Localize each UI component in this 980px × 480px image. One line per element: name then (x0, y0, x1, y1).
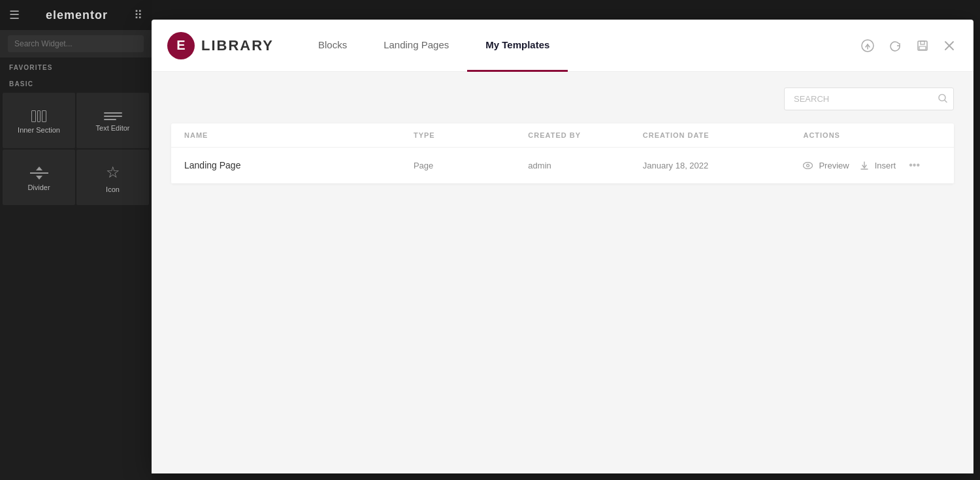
elementor-logo: elementor (46, 8, 108, 22)
preview-button[interactable]: Preview (803, 161, 849, 170)
insert-icon (860, 161, 869, 170)
header-actions (858, 37, 958, 55)
more-options-button[interactable]: ••• (906, 158, 923, 172)
grid-icon[interactable]: ⠿ (134, 8, 142, 22)
library-logo: E LIBRARY (167, 32, 274, 59)
text-editor-icon (104, 112, 122, 120)
inner-section-label: Inner Section (18, 126, 60, 134)
icon-star-icon: ☆ (106, 165, 120, 182)
row-creation-date: January 18, 2022 (643, 161, 804, 170)
preview-icon (803, 162, 813, 169)
favorites-label: FAVORITES (0, 57, 152, 74)
insert-button[interactable]: Insert (860, 161, 896, 170)
logo-circle: E (167, 32, 195, 59)
widget-text-editor[interactable]: Text Editor (76, 93, 149, 148)
widget-search-bar (0, 30, 152, 57)
close-button[interactable] (941, 37, 958, 54)
elementor-sidebar: ☰ elementor ⠿ FAVORITES BASIC Inner Sect… (0, 0, 152, 480)
text-editor-label: Text Editor (96, 124, 130, 132)
row-template-name: Landing Page (184, 160, 414, 170)
col-name: NAME (184, 131, 414, 139)
row-actions: Preview Insert ••• (803, 158, 941, 172)
divider-label: Divider (27, 184, 50, 191)
menu-icon[interactable]: ☰ (9, 8, 20, 22)
col-actions: ACTIONS (803, 131, 941, 139)
svg-line-8 (945, 100, 947, 102)
modal-body: NAME TYPE CREATED BY CREATION DATE ACTIO… (152, 72, 973, 473)
save-icon (916, 39, 929, 52)
templates-search-input[interactable] (784, 88, 954, 110)
svg-point-9 (804, 162, 813, 168)
widgets-grid: Inner Section Text Editor Divider ☆ (0, 90, 152, 208)
templates-table: NAME TYPE CREATED BY CREATION DATE ACTIO… (171, 123, 954, 184)
inner-section-icon (31, 110, 46, 122)
table-row: Landing Page Page admin January 18, 2022… (171, 148, 954, 184)
library-title: LIBRARY (201, 37, 274, 54)
upload-icon (861, 39, 874, 52)
svg-rect-4 (919, 46, 926, 50)
col-creation-date: CREATION DATE (643, 131, 804, 139)
search-wrap (784, 88, 954, 110)
search-widget-input[interactable] (8, 35, 144, 52)
sidebar-topbar: ☰ elementor ⠿ (0, 0, 152, 30)
tab-my-templates[interactable]: My Templates (467, 20, 568, 72)
modal-tabs: Blocks Landing Pages My Templates (300, 20, 858, 72)
col-type: TYPE (414, 131, 528, 139)
row-created-by: admin (528, 161, 642, 170)
logo-letter: E (176, 38, 185, 53)
library-modal: E LIBRARY Blocks Landing Pages My Templa… (152, 20, 973, 473)
widget-divider[interactable]: Divider (3, 150, 75, 205)
basic-label: BASIC (0, 74, 152, 90)
widget-inner-section[interactable]: Inner Section (3, 93, 75, 148)
divider-icon (30, 167, 48, 180)
close-icon (943, 40, 955, 52)
refresh-button[interactable] (886, 37, 904, 55)
modal-header: E LIBRARY Blocks Landing Pages My Templa… (152, 20, 973, 72)
svg-point-10 (807, 164, 809, 167)
row-template-type: Page (414, 161, 528, 170)
icon-label: Icon (106, 185, 120, 193)
save-button[interactable] (913, 37, 932, 55)
search-icon (938, 93, 947, 104)
tab-landing-pages[interactable]: Landing Pages (365, 20, 467, 72)
widget-icon[interactable]: ☆ Icon (76, 150, 149, 205)
refresh-icon (889, 39, 902, 52)
tab-blocks[interactable]: Blocks (300, 20, 365, 72)
search-row (171, 88, 954, 110)
upload-button[interactable] (858, 37, 877, 55)
col-created-by: CREATED BY (528, 131, 642, 139)
table-header: NAME TYPE CREATED BY CREATION DATE ACTIO… (171, 123, 954, 148)
